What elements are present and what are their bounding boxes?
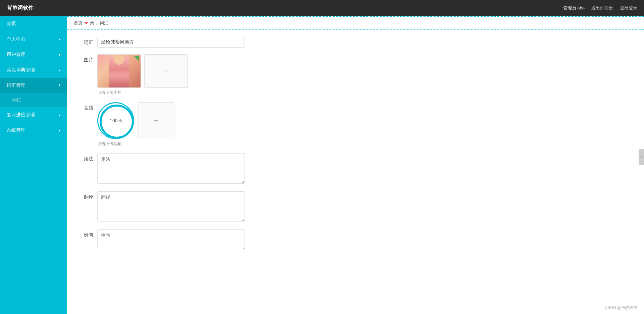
chevron-down-icon: ▾ <box>59 38 60 41</box>
back-to-front-link[interactable]: 退出到前台 <box>591 5 613 11</box>
sidebar-item-user-mgmt[interactable]: 用户管理 ▾ <box>0 47 67 62</box>
audio-add-box[interactable]: + <box>138 102 174 139</box>
usage-textarea[interactable] <box>97 153 245 184</box>
translation-textarea[interactable] <box>97 191 245 222</box>
arrow-left-icon: ‹ <box>641 155 642 160</box>
image-upload-hint: 点击上传图片 <box>97 90 245 96</box>
chevron-up-icon: ▴ <box>59 84 60 87</box>
audio-circle[interactable]: 100% <box>97 102 134 139</box>
vocab-row: 词汇 <box>77 37 634 48</box>
image-plus-icon: + <box>163 66 169 76</box>
logout-link[interactable]: 退出登录 <box>620 5 637 11</box>
sidebar-item-en-dict-label: 英汉词典管理 <box>7 67 35 73</box>
usage-row: 用法 <box>77 153 634 185</box>
layout: 首页 个人中心 ▾ 用户管理 ▾ 英汉词典管理 ▾ 词汇管理 ▴ 词汇 复习进度… <box>0 16 644 314</box>
current-user-label: 管理员 abo <box>563 5 585 11</box>
chevron-down-icon4: ▾ <box>59 113 60 117</box>
audio-plus-icon: + <box>153 115 159 126</box>
image-add-box[interactable]: + <box>144 54 188 88</box>
breadcrumb-home[interactable]: 首页 <box>74 20 83 26</box>
sidebar-item-vocab-mgmt-label: 词汇管理 <box>7 82 25 88</box>
sidebar-item-sys-mgmt-label: 系统管理 <box>7 127 25 133</box>
chevron-down-icon2: ▾ <box>59 53 60 57</box>
audio-percent-label: 100% <box>110 118 122 123</box>
sidebar-item-home[interactable]: 首页 <box>0 16 67 32</box>
translation-field <box>97 191 245 223</box>
usage-label: 用法 <box>77 153 97 162</box>
audio-field: 100% + 点击上传音频 <box>97 102 245 147</box>
sidebar: 首页 个人中心 ▾ 用户管理 ▾ 英汉词典管理 ▾ 词汇管理 ▴ 词汇 复习进度… <box>0 16 67 314</box>
sidebar-item-personal[interactable]: 个人中心 ▾ <box>0 32 67 47</box>
example-field <box>97 229 245 250</box>
vocab-field <box>97 37 245 48</box>
sidebar-item-review-mgmt[interactable]: 复习进度管理 ▾ <box>0 107 67 123</box>
app-title: 背单词软件 <box>7 5 34 12</box>
image-field: + 点击上传图片 <box>97 54 245 96</box>
breadcrumb-level2: 余 <box>90 20 94 26</box>
translation-label: 翻译 <box>77 191 97 200</box>
navbar: 背单词软件 管理员 abo 退出到前台 退出登录 <box>0 0 644 16</box>
navbar-right: 管理员 abo 退出到前台 退出登录 <box>563 5 637 11</box>
sidebar-item-home-label: 首页 <box>7 21 16 27</box>
form-content: 词汇 图片 <box>67 30 644 264</box>
sidebar-item-sys-mgmt[interactable]: 系统管理 ▾ <box>0 123 67 138</box>
vocab-input[interactable] <box>97 37 245 48</box>
audio-label: 音频 <box>77 102 97 111</box>
vocab-label: 词汇 <box>77 37 97 46</box>
sidebar-item-personal-label: 个人中心 <box>7 36 25 42</box>
example-row: 例句 <box>77 229 634 250</box>
audio-upload-area: 100% + <box>97 102 245 139</box>
audio-row: 音频 100% + <box>77 102 634 147</box>
image-label: 图片 <box>77 54 97 63</box>
sidebar-item-user-mgmt-label: 用户管理 <box>7 52 25 58</box>
image-upload-area: + <box>97 54 245 88</box>
breadcrumb-current: 词汇 <box>100 20 108 26</box>
breadcrumb: 首页 ❤ 余 / 词汇 <box>67 16 644 30</box>
example-textarea[interactable] <box>97 229 245 249</box>
image-row: 图片 + <box>77 54 634 96</box>
chevron-down-icon5: ▾ <box>59 129 60 132</box>
chevron-down-icon3: ▾ <box>59 68 60 72</box>
sidebar-item-review-mgmt-label: 复习进度管理 <box>7 112 35 118</box>
sidebar-item-en-dict[interactable]: 英汉词典管理 ▾ <box>0 62 67 78</box>
example-label: 例句 <box>77 229 97 238</box>
usage-field <box>97 153 245 185</box>
sidebar-item-vocab-mgmt[interactable]: 词汇管理 ▴ <box>0 78 67 93</box>
main-content: 首页 ❤ 余 / 词汇 词汇 图片 <box>67 16 644 314</box>
right-panel-toggle[interactable]: ‹ <box>639 149 644 165</box>
footer-credit: CSDN @浩骏科技 <box>604 305 637 311</box>
sidebar-sub-item-vocab[interactable]: 词汇 <box>0 93 67 107</box>
breadcrumb-heart-icon: ❤ <box>85 21 88 25</box>
image-preview-box[interactable] <box>97 54 141 88</box>
sidebar-sub-item-vocab-label: 词汇 <box>12 97 21 103</box>
audio-upload-hint: 点击上传音频 <box>97 141 245 147</box>
translation-row: 翻译 <box>77 191 634 223</box>
breadcrumb-sep: / <box>96 21 98 26</box>
